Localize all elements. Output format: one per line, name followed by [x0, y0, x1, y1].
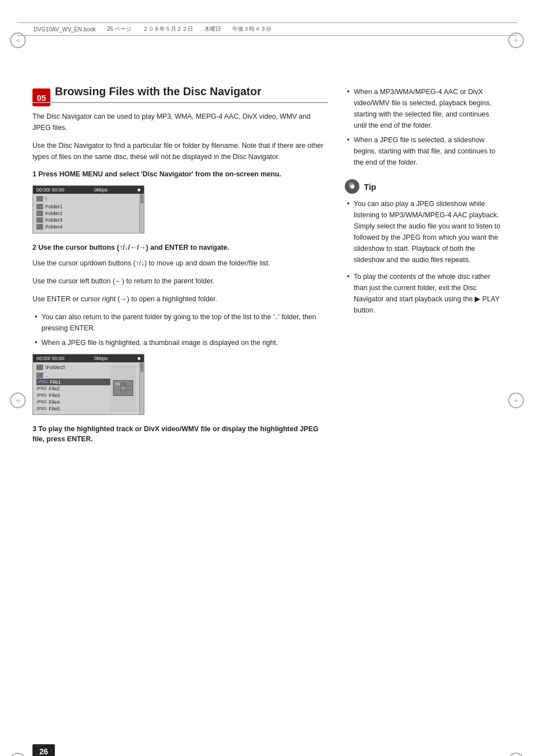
folder2-label: Folder2 [45, 211, 63, 216]
screen2-file1: JPEG File1 [36, 379, 110, 385]
tip-item-1: You can also play a JPEG slideshow while… [345, 198, 502, 265]
screen1-body-container: \ Folder1 Folder2 [33, 194, 144, 233]
screen2-file5: JPEG File5 [36, 405, 110, 412]
gear-icon: ⚙ [347, 181, 357, 192]
root-label: \ [45, 196, 47, 202]
screen1-time: 00:00/ 00:00 [36, 187, 64, 193]
step2-bullet-2: When a JPEG file is highlighted, a thumb… [32, 337, 328, 348]
screen2-file3: JPEG File3 [36, 392, 110, 399]
step2-heading: 2 Use the cursor buttons (↑/↓/←/→) and E… [32, 242, 328, 253]
screen2-body-container: \Folder2\ .. JPEG File1 [33, 362, 144, 414]
screen2-scrollbar [139, 362, 144, 414]
screen2-bitrate: 0kbps [94, 356, 107, 361]
corner-decoration-br [508, 753, 524, 756]
mid-right-decoration [508, 393, 524, 408]
step1-heading: 1 Press HOME MENU and select 'Disc Navig… [32, 169, 328, 180]
svg-text:⚙: ⚙ [350, 184, 355, 190]
screen2-dotdot: .. [36, 372, 110, 379]
tip-icon: ⚙ [345, 179, 359, 194]
right-bullet-list: When a MP3/WMA/MPEG-4 AAC or DivX video/… [345, 86, 502, 168]
screen1-topbar: 00:00/ 00:00 0kbps ■ [33, 186, 144, 194]
screen2-file4: JPEG File4 [36, 399, 110, 405]
tip-title: Tip [364, 182, 376, 192]
screen2-main: \Folder2\ .. JPEG File1 [33, 362, 139, 414]
screen2-body: \Folder2\ .. JPEG File1 [33, 362, 139, 414]
step2-bullet-list: You can also return to the parent folder… [32, 311, 328, 348]
page: DVG10AV_WV_EN.book 26 ページ ２０８年５月２２日 木曜日 … [0, 22, 534, 756]
two-column-layout: Browsing Files with the Disc Navigator T… [32, 84, 502, 445]
screen2-stop-icon: ■ [138, 356, 140, 361]
step2-para2: Use the cursor left button (←) to return… [32, 276, 328, 287]
thumb-grid [115, 382, 131, 394]
screen-mock-2: 00:00/ 00:00 0kbps ■ \Folder2\ [32, 354, 144, 415]
folder-item-1: Folder1 [36, 203, 136, 210]
tip-item-2: To play the contents of the whole disc r… [345, 271, 502, 316]
root-folder-icon [36, 196, 43, 202]
section-title: Browsing Files with the Disc Navigator [32, 84, 328, 103]
screen1-root: \ [36, 196, 136, 202]
screen2-file-list: \Folder2\ .. JPEG File1 [36, 365, 110, 412]
folder-item-3: Folder3 [36, 217, 136, 223]
header-day: 木曜日 [204, 25, 221, 33]
intro-paragraph-1: The Disc Navigator can be used to play M… [32, 111, 328, 133]
screen2-path: \Folder2\ [36, 365, 110, 370]
right-bullet-2: When a JPEG file is selected, a slidesho… [345, 134, 502, 168]
mid-left-decoration [10, 393, 26, 408]
header-file: DVG10AV_WV_EN.book [34, 26, 96, 32]
jpeg-thumbnail [113, 380, 133, 396]
screen1-body: \ Folder1 Folder2 [33, 194, 139, 233]
left-column: Browsing Files with the Disc Navigator T… [32, 84, 328, 445]
screen2-thumbnail-area [110, 365, 136, 412]
screen2-path-label: \Folder2\ [45, 365, 65, 370]
screen2-topbar: 00:00/ 00:00 0kbps ■ [33, 354, 144, 362]
screen2-file2: JPEG File2 [36, 385, 110, 392]
header-time: 午後３時４３分 [232, 25, 271, 33]
screen1-stop-icon: ■ [138, 187, 140, 193]
step2-para3: Use ENTER or cursor right (→) to open a … [32, 293, 328, 305]
screen1-main: \ Folder1 Folder2 [33, 194, 139, 233]
folder4-label: Folder4 [45, 224, 63, 230]
step2-bullet-1: You can also return to the parent folder… [32, 311, 328, 334]
tip-list: You can also play a JPEG slideshow while… [345, 198, 502, 316]
corner-decoration-tr [508, 32, 524, 48]
folder-item-2: Folder2 [36, 210, 136, 217]
step2-para1: Use the cursor up/down buttons (↑/↓) to … [32, 258, 328, 269]
right-bullet-1: When a MP3/WMA/MPEG-4 AAC or DivX video/… [345, 86, 502, 131]
tip-header: ⚙ Tip [345, 179, 502, 194]
header-date: ２０８年５月２２日 [143, 25, 193, 33]
header-bar: DVG10AV_WV_EN.book 26 ページ ２０８年５月２２日 木曜日 … [17, 22, 517, 36]
page-number: 26 [32, 744, 55, 756]
step3-heading: 3 To play the highlighted track or DivX … [32, 424, 328, 445]
screen1-bitrate: 0kbps [94, 187, 107, 193]
tip-box: ⚙ Tip You can also play a JPEG slideshow… [345, 179, 502, 316]
folder3-label: Folder3 [45, 217, 63, 223]
right-column: When a MP3/WMA/MPEG-4 AAC or DivX video/… [345, 84, 502, 445]
screen2-time: 00:00/ 00:00 [36, 356, 64, 361]
main-content: Browsing Files with the Disc Navigator T… [32, 84, 502, 445]
corner-decoration-tl [10, 32, 26, 48]
intro-paragraph-2: Use the Disc Navigator to find a particu… [32, 140, 328, 162]
header-page-jp: 26 ページ [107, 25, 132, 33]
screen-mock-1: 00:00/ 00:00 0kbps ■ \ [32, 185, 144, 234]
corner-decoration-bl [10, 753, 26, 756]
folder-item-4: Folder4 [36, 223, 136, 230]
folder1-label: Folder1 [45, 204, 63, 209]
screen1-scrollbar [139, 194, 144, 233]
